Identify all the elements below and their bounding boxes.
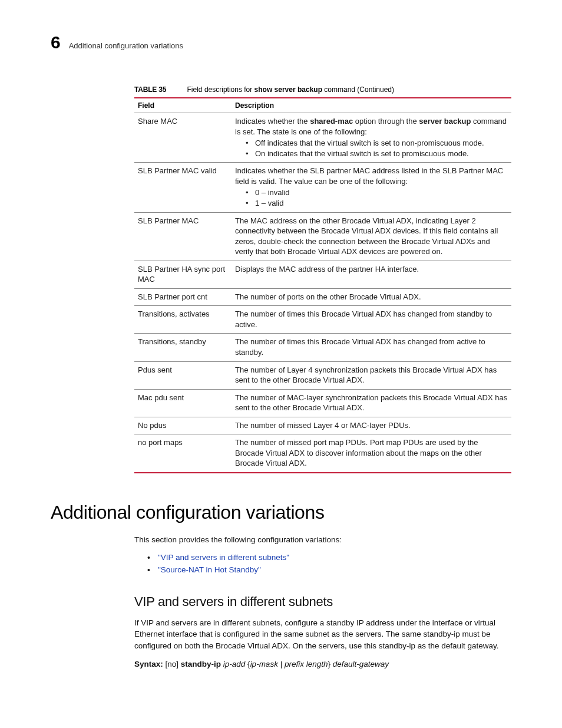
syntax-arg: default-gateway: [333, 660, 389, 668]
table-row: no port maps The number of missed port m…: [134, 434, 511, 473]
field-name: SLB Partner MAC valid: [134, 163, 232, 212]
col-header-field: Field: [134, 98, 232, 113]
field-desc: The MAC address on the other Brocade Vir…: [232, 212, 511, 261]
table-header-row: Field Description: [134, 98, 511, 113]
bold-term: server backup: [419, 117, 471, 126]
field-desc: Indicates whether the SLB partner MAC ad…: [232, 163, 511, 212]
syntax-label: Syntax:: [134, 660, 163, 668]
field-desc: The number of missed Layer 4 or MAC-laye…: [232, 417, 511, 434]
bullet-list: 0 – invalid 1 – valid: [235, 187, 508, 208]
field-desc: Indicates whether the shared-mac option …: [232, 113, 511, 163]
table-row: Mac pdu sent The number of MAC-layer syn…: [134, 389, 511, 417]
text: Indicates whether the SLB partner MAC ad…: [235, 166, 503, 186]
text: [no]: [163, 660, 181, 668]
syntax-keyword: standby-ip: [181, 660, 221, 668]
table-row: Transitions, standby The number of times…: [134, 334, 511, 361]
syntax-arg: ip-mask: [250, 660, 278, 668]
caption-pre: Field descriptions for: [187, 85, 254, 94]
syntax-line: Syntax: [no] standby-ip ip-add {ip-mask …: [134, 658, 511, 670]
chapter-number: 6: [51, 32, 61, 52]
table-row: SLB Partner MAC The MAC address on the o…: [134, 212, 511, 261]
field-name: Mac pdu sent: [134, 389, 232, 417]
toc-link-list: "VIP and servers in different subnets" "…: [134, 552, 511, 576]
syntax-arg: prefix length: [285, 660, 328, 668]
paragraph: If VIP and servers are in different subn…: [134, 617, 511, 652]
field-name: SLB Partner port cnt: [134, 288, 232, 306]
field-desc: The number of MAC-layer synchronization …: [232, 389, 511, 417]
field-name: SLB Partner MAC: [134, 212, 232, 261]
table-35: TABLE 35 Field descriptions for show ser…: [134, 85, 511, 473]
xref-link[interactable]: "VIP and servers in different subnets": [158, 553, 289, 562]
table-row: SLB Partner HA sync port MAC Displays th…: [134, 261, 511, 288]
running-head: Additional configuration variations: [69, 41, 183, 50]
page-header: 6 Additional configuration variations: [51, 32, 511, 52]
table-row: Transitions, activates The number of tim…: [134, 306, 511, 334]
field-description-table: Field Description Share MAC Indicates wh…: [134, 97, 511, 473]
caption-command: show server backup: [254, 85, 322, 94]
intro-paragraph: This section provides the following conf…: [134, 534, 511, 546]
col-header-description: Description: [232, 98, 511, 113]
field-desc: The number of ports on the other Brocade…: [232, 288, 511, 306]
text: |: [278, 660, 285, 668]
list-item: On indicates that the virtual switch is …: [246, 149, 508, 159]
field-name: No pdus: [134, 417, 232, 434]
field-desc: The number of times this Brocade Virtual…: [232, 306, 511, 334]
caption-post: command (Continued): [322, 85, 394, 94]
field-desc: The number of Layer 4 synchronization pa…: [232, 361, 511, 389]
subsection-heading: VIP and servers in different subnets: [134, 592, 511, 611]
field-name: Transitions, activates: [134, 306, 232, 334]
table-row: Pdus sent The number of Layer 4 synchron…: [134, 361, 511, 389]
list-item: "VIP and servers in different subnets": [147, 552, 511, 564]
section-heading: Additional configuration variations: [51, 502, 511, 523]
text: }: [328, 660, 332, 668]
field-name: Share MAC: [134, 113, 232, 163]
table-row: Share MAC Indicates whether the shared-m…: [134, 113, 511, 163]
field-name: no port maps: [134, 434, 232, 473]
xref-link[interactable]: "Source-NAT in Hot Standby": [158, 565, 261, 574]
table-row: No pdus The number of missed Layer 4 or …: [134, 417, 511, 434]
syntax-arg: ip-add: [221, 660, 245, 668]
field-desc: The number of missed port map PDUs. Port…: [232, 434, 511, 473]
field-desc: The number of times this Brocade Virtual…: [232, 334, 511, 361]
text: Indicates whether the: [235, 117, 310, 126]
field-name: Pdus sent: [134, 361, 232, 389]
text: option through the: [353, 117, 419, 126]
list-item: Off indicates that the virtual switch is…: [246, 138, 508, 149]
section-body: This section provides the following conf…: [134, 534, 511, 670]
table-caption: TABLE 35 Field descriptions for show ser…: [134, 85, 511, 94]
field-desc: Displays the MAC address of the partner …: [232, 261, 511, 288]
list-item: "Source-NAT in Hot Standby": [147, 564, 511, 576]
list-item: 0 – invalid: [246, 187, 508, 198]
bullet-list: Off indicates that the virtual switch is…: [235, 138, 508, 159]
field-name: Transitions, standby: [134, 334, 232, 361]
table-row: SLB Partner port cnt The number of ports…: [134, 288, 511, 306]
bold-term: shared-mac: [310, 117, 353, 126]
list-item: 1 – valid: [246, 198, 508, 209]
table-row: SLB Partner MAC valid Indicates whether …: [134, 163, 511, 212]
table-label: TABLE 35: [134, 85, 166, 94]
field-name: SLB Partner HA sync port MAC: [134, 261, 232, 288]
text: {: [245, 660, 250, 668]
